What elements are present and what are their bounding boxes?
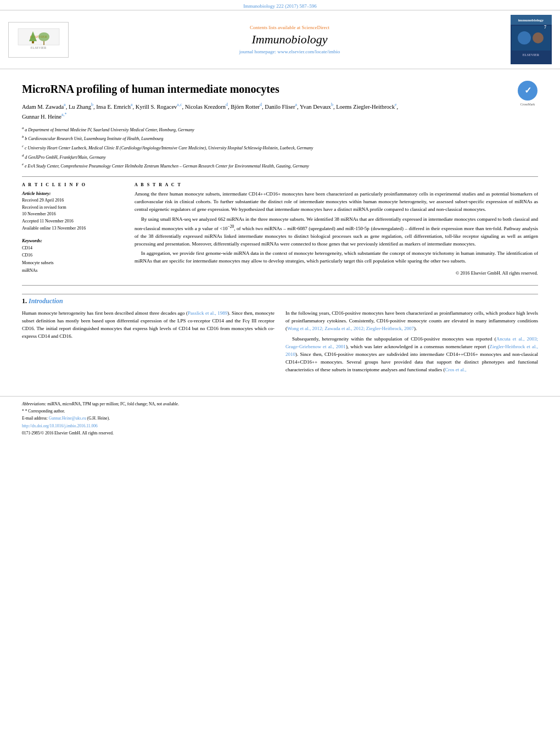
abbreviations-line: Abbreviations: miRNA, microRNA, TPM tags… bbox=[22, 401, 538, 407]
svg-point-12 bbox=[533, 32, 544, 43]
journal-title: Immunobiology bbox=[80, 32, 500, 47]
revised-date: 10 November 2016 bbox=[22, 211, 124, 218]
aff-a-star: a,* bbox=[61, 112, 67, 117]
authors-line: Adam M. Zawadaa, Lu Zhangb, Insa E. Emri… bbox=[22, 102, 538, 122]
email-link[interactable]: Gunnar.Heine@uks.eu bbox=[49, 416, 86, 421]
doi-link[interactable]: http://dx.doi.org/10.1016/j.imbio.2016.1… bbox=[22, 423, 98, 428]
svg-point-4 bbox=[38, 32, 49, 41]
aff-d: d bbox=[226, 102, 228, 107]
elsevier-logo: ELSEVIER ELSEVIER bbox=[8, 22, 69, 58]
accepted-date: Accepted 11 November 2016 bbox=[22, 218, 124, 225]
intro-body: Human monocyte heterogeneity has first b… bbox=[22, 310, 538, 377]
ref-passlick[interactable]: Passlick et al., 1989 bbox=[188, 310, 227, 316]
journal-center-info: Contents lists available at ScienceDirec… bbox=[69, 25, 511, 54]
issn-line: 0171-2985/© 2016 Elsevier GmbH. All righ… bbox=[22, 430, 538, 436]
aff-e: e bbox=[395, 102, 397, 107]
journal-citation-bar: Immunobiology 222 (2017) 587–596 bbox=[0, 0, 560, 10]
journal-header: ELSEVIER ELSEVIER Contents lists availab… bbox=[0, 10, 560, 69]
abbrev-label: Abbreviations: bbox=[22, 401, 47, 406]
crossmark-badge: ✓ CrossMark bbox=[517, 80, 538, 106]
article-content: ✓ CrossMark MicroRNA profiling of human … bbox=[0, 69, 560, 385]
received-date: Received 29 April 2016 bbox=[22, 197, 124, 204]
journal-homepage-line: journal homepage: www.elsevier.com/locat… bbox=[80, 49, 500, 54]
intro-col-right: In the following years, CD16-positive mo… bbox=[285, 310, 538, 377]
svg-point-11 bbox=[518, 31, 531, 44]
abstract-para-3: In aggregation, we provide first genome-… bbox=[135, 250, 538, 265]
aff-line-a: a a Department of Internal Medicine IV, … bbox=[22, 125, 538, 133]
email-suffix: (G.H. Heine). bbox=[87, 416, 110, 421]
aff-a2: a bbox=[131, 102, 133, 107]
ref-wong[interactable]: Wong et al., 2012; Zawada et al., 2012; … bbox=[287, 326, 414, 331]
cover-svg: immunobiology ELSEVIER 7 bbox=[511, 15, 552, 64]
svg-text:ELSEVIER: ELSEVIER bbox=[523, 53, 540, 57]
keywords-list: CD14 CD16 Monocyte subsets miRNAs bbox=[22, 244, 124, 274]
keywords-label: Keywords: bbox=[22, 238, 124, 243]
article-info-abstract: A R T I C L E I N F O Article history: R… bbox=[22, 182, 538, 277]
sciencedirect-prefix: Contents lists available at bbox=[250, 25, 300, 30]
available-date: Available online 13 November 2016 bbox=[22, 225, 124, 232]
ref-cros[interactable]: Cros et al., bbox=[445, 367, 466, 372]
page-footer: Abbreviations: miRNA, microRNA, TPM tags… bbox=[0, 396, 560, 442]
svg-rect-3 bbox=[32, 41, 34, 43]
sciencedirect-line: Contents lists available at ScienceDirec… bbox=[80, 25, 500, 30]
keyword-1: CD14 bbox=[22, 244, 124, 252]
article-title: MicroRNA profiling of human intermediate… bbox=[22, 82, 538, 96]
corresponding-line: * * Corresponding author. bbox=[22, 408, 538, 414]
svg-text:7: 7 bbox=[544, 25, 546, 30]
aff-line-b: b b Cardiovascular Research Unit, Luxemb… bbox=[22, 134, 538, 142]
sciencedirect-link-text[interactable]: ScienceDirect bbox=[302, 25, 329, 30]
aff-ac: a,c bbox=[177, 102, 182, 107]
section-title: 1. Introduction bbox=[22, 297, 538, 305]
keyword-2: CD16 bbox=[22, 252, 124, 259]
article-info-label: A R T I C L E I N F O bbox=[22, 182, 124, 187]
intro-para-right-2: Subsequently, heterogeneity within the s… bbox=[285, 336, 538, 374]
section-number: 1. bbox=[22, 297, 27, 305]
aff-d2: d bbox=[260, 102, 262, 107]
body-divider bbox=[22, 285, 538, 286]
intro-para-left: Human monocyte heterogeneity has first b… bbox=[22, 310, 275, 341]
abstract-text: Among the three human monocyte subsets, … bbox=[135, 191, 538, 277]
aff-line-e: e e EvA Study Center, Comprehensive Pneu… bbox=[22, 161, 538, 170]
revised-label: Received in revised form bbox=[22, 204, 124, 211]
copyright-line: © 2016 Elsevier GmbH. All rights reserve… bbox=[135, 270, 538, 277]
svg-text:immunobiology: immunobiology bbox=[518, 18, 544, 23]
abstract-para-1: Among the three human monocyte subsets, … bbox=[135, 191, 538, 214]
affiliations: a a Department of Internal Medicine IV, … bbox=[22, 125, 538, 170]
page-wrapper: Immunobiology 222 (2017) 587–596 ELSEVIE… bbox=[0, 0, 560, 442]
svg-text:✓: ✓ bbox=[524, 86, 531, 95]
section-title-text: Introduction bbox=[29, 297, 63, 305]
svg-text:ELSEVIER: ELSEVIER bbox=[30, 46, 46, 49]
history-label: Article history: bbox=[22, 191, 124, 196]
article-info-col: A R T I C L E I N F O Article history: R… bbox=[22, 182, 124, 277]
journal-citation: Immunobiology 222 (2017) 587–596 bbox=[243, 3, 317, 9]
aff-a3: a bbox=[295, 102, 297, 107]
doi-line: http://dx.doi.org/10.1016/j.imbio.2016.1… bbox=[22, 423, 538, 429]
abstract-col: A B S T R A C T Among the three human mo… bbox=[135, 182, 538, 277]
intro-col-left: Human monocyte heterogeneity has first b… bbox=[22, 310, 275, 377]
email-line: E-mail address: Gunnar.Heine@uks.eu (G.H… bbox=[22, 415, 538, 421]
corresponding-text: * Corresponding author. bbox=[25, 409, 65, 414]
aff-line-d: d d GenXPro GmbH, Frankfurt/Main, German… bbox=[22, 153, 538, 161]
journal-cover-image: immunobiology ELSEVIER 7 bbox=[511, 15, 552, 64]
article-dates: Received 29 April 2016 Received in revis… bbox=[22, 197, 124, 232]
aff-b: b bbox=[91, 102, 93, 107]
aff-a: a bbox=[64, 102, 66, 107]
elsevier-logo-svg: ELSEVIER ELSEVIER bbox=[15, 26, 62, 53]
crossmark-icon: ✓ bbox=[517, 80, 538, 101]
aff-b2: b bbox=[331, 102, 333, 107]
intro-para-right-1: In the following years, CD16-positive mo… bbox=[285, 310, 538, 333]
introduction-section: 1. Introduction Human monocyte heterogen… bbox=[22, 294, 538, 377]
email-label: E-mail address: bbox=[22, 416, 48, 421]
keyword-4: miRNAs bbox=[22, 267, 124, 275]
abstract-para-2: By using small RNA-seq we analyzed 662 m… bbox=[135, 216, 538, 248]
aff-line-c: c c University Heart Center Luebeck, Med… bbox=[22, 143, 538, 152]
crossmark-label: CrossMark bbox=[517, 103, 538, 106]
abstract-label: A B S T R A C T bbox=[135, 182, 538, 187]
keyword-3: Monocyte subsets bbox=[22, 259, 124, 267]
abbrev-text: miRNA, microRNA, TPM tags per million; F… bbox=[47, 401, 179, 406]
homepage-prefix: journal homepage: bbox=[239, 49, 276, 54]
header-divider bbox=[22, 176, 538, 177]
homepage-url[interactable]: www.elsevier.com/locate/imbio bbox=[277, 49, 340, 54]
